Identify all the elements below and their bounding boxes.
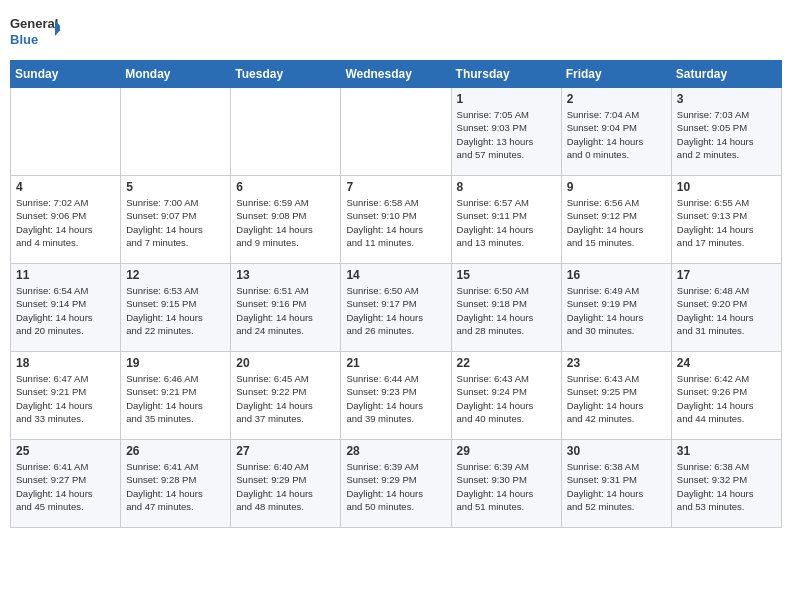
col-header-friday: Friday xyxy=(561,61,671,88)
day-cell: 17Sunrise: 6:48 AM Sunset: 9:20 PM Dayli… xyxy=(671,264,781,352)
week-row-5: 25Sunrise: 6:41 AM Sunset: 9:27 PM Dayli… xyxy=(11,440,782,528)
day-cell: 5Sunrise: 7:00 AM Sunset: 9:07 PM Daylig… xyxy=(121,176,231,264)
day-number: 20 xyxy=(236,356,335,370)
day-info: Sunrise: 6:55 AM Sunset: 9:13 PM Dayligh… xyxy=(677,196,776,249)
day-info: Sunrise: 6:38 AM Sunset: 9:32 PM Dayligh… xyxy=(677,460,776,513)
svg-text:Blue: Blue xyxy=(10,32,38,47)
day-info: Sunrise: 6:56 AM Sunset: 9:12 PM Dayligh… xyxy=(567,196,666,249)
day-number: 7 xyxy=(346,180,445,194)
day-cell: 23Sunrise: 6:43 AM Sunset: 9:25 PM Dayli… xyxy=(561,352,671,440)
day-info: Sunrise: 7:03 AM Sunset: 9:05 PM Dayligh… xyxy=(677,108,776,161)
day-cell: 10Sunrise: 6:55 AM Sunset: 9:13 PM Dayli… xyxy=(671,176,781,264)
day-number: 12 xyxy=(126,268,225,282)
day-cell: 15Sunrise: 6:50 AM Sunset: 9:18 PM Dayli… xyxy=(451,264,561,352)
day-number: 11 xyxy=(16,268,115,282)
day-info: Sunrise: 6:44 AM Sunset: 9:23 PM Dayligh… xyxy=(346,372,445,425)
col-header-thursday: Thursday xyxy=(451,61,561,88)
day-info: Sunrise: 7:05 AM Sunset: 9:03 PM Dayligh… xyxy=(457,108,556,161)
col-header-sunday: Sunday xyxy=(11,61,121,88)
day-cell: 27Sunrise: 6:40 AM Sunset: 9:29 PM Dayli… xyxy=(231,440,341,528)
day-info: Sunrise: 6:46 AM Sunset: 9:21 PM Dayligh… xyxy=(126,372,225,425)
day-cell: 18Sunrise: 6:47 AM Sunset: 9:21 PM Dayli… xyxy=(11,352,121,440)
day-number: 17 xyxy=(677,268,776,282)
day-cell: 11Sunrise: 6:54 AM Sunset: 9:14 PM Dayli… xyxy=(11,264,121,352)
day-cell xyxy=(11,88,121,176)
header-row: SundayMondayTuesdayWednesdayThursdayFrid… xyxy=(11,61,782,88)
day-cell: 22Sunrise: 6:43 AM Sunset: 9:24 PM Dayli… xyxy=(451,352,561,440)
week-row-2: 4Sunrise: 7:02 AM Sunset: 9:06 PM Daylig… xyxy=(11,176,782,264)
day-number: 30 xyxy=(567,444,666,458)
day-number: 3 xyxy=(677,92,776,106)
day-cell xyxy=(121,88,231,176)
day-cell: 1Sunrise: 7:05 AM Sunset: 9:03 PM Daylig… xyxy=(451,88,561,176)
day-cell: 24Sunrise: 6:42 AM Sunset: 9:26 PM Dayli… xyxy=(671,352,781,440)
day-info: Sunrise: 6:48 AM Sunset: 9:20 PM Dayligh… xyxy=(677,284,776,337)
day-cell: 26Sunrise: 6:41 AM Sunset: 9:28 PM Dayli… xyxy=(121,440,231,528)
week-row-3: 11Sunrise: 6:54 AM Sunset: 9:14 PM Dayli… xyxy=(11,264,782,352)
day-cell: 12Sunrise: 6:53 AM Sunset: 9:15 PM Dayli… xyxy=(121,264,231,352)
day-cell: 21Sunrise: 6:44 AM Sunset: 9:23 PM Dayli… xyxy=(341,352,451,440)
day-number: 29 xyxy=(457,444,556,458)
day-cell: 2Sunrise: 7:04 AM Sunset: 9:04 PM Daylig… xyxy=(561,88,671,176)
day-cell: 6Sunrise: 6:59 AM Sunset: 9:08 PM Daylig… xyxy=(231,176,341,264)
col-header-tuesday: Tuesday xyxy=(231,61,341,88)
week-row-4: 18Sunrise: 6:47 AM Sunset: 9:21 PM Dayli… xyxy=(11,352,782,440)
week-row-1: 1Sunrise: 7:05 AM Sunset: 9:03 PM Daylig… xyxy=(11,88,782,176)
col-header-wednesday: Wednesday xyxy=(341,61,451,88)
day-cell: 4Sunrise: 7:02 AM Sunset: 9:06 PM Daylig… xyxy=(11,176,121,264)
day-info: Sunrise: 7:04 AM Sunset: 9:04 PM Dayligh… xyxy=(567,108,666,161)
day-cell: 14Sunrise: 6:50 AM Sunset: 9:17 PM Dayli… xyxy=(341,264,451,352)
day-number: 28 xyxy=(346,444,445,458)
logo-svg: General Blue xyxy=(10,10,60,54)
day-number: 8 xyxy=(457,180,556,194)
day-info: Sunrise: 6:58 AM Sunset: 9:10 PM Dayligh… xyxy=(346,196,445,249)
col-header-saturday: Saturday xyxy=(671,61,781,88)
day-cell: 13Sunrise: 6:51 AM Sunset: 9:16 PM Dayli… xyxy=(231,264,341,352)
day-info: Sunrise: 6:49 AM Sunset: 9:19 PM Dayligh… xyxy=(567,284,666,337)
day-number: 22 xyxy=(457,356,556,370)
day-cell: 28Sunrise: 6:39 AM Sunset: 9:29 PM Dayli… xyxy=(341,440,451,528)
day-number: 4 xyxy=(16,180,115,194)
day-cell: 20Sunrise: 6:45 AM Sunset: 9:22 PM Dayli… xyxy=(231,352,341,440)
day-number: 19 xyxy=(126,356,225,370)
day-info: Sunrise: 7:00 AM Sunset: 9:07 PM Dayligh… xyxy=(126,196,225,249)
day-number: 10 xyxy=(677,180,776,194)
day-info: Sunrise: 6:40 AM Sunset: 9:29 PM Dayligh… xyxy=(236,460,335,513)
day-info: Sunrise: 6:41 AM Sunset: 9:28 PM Dayligh… xyxy=(126,460,225,513)
day-info: Sunrise: 6:39 AM Sunset: 9:29 PM Dayligh… xyxy=(346,460,445,513)
day-info: Sunrise: 6:43 AM Sunset: 9:24 PM Dayligh… xyxy=(457,372,556,425)
day-number: 21 xyxy=(346,356,445,370)
day-number: 26 xyxy=(126,444,225,458)
day-number: 6 xyxy=(236,180,335,194)
day-number: 16 xyxy=(567,268,666,282)
day-number: 2 xyxy=(567,92,666,106)
day-cell: 31Sunrise: 6:38 AM Sunset: 9:32 PM Dayli… xyxy=(671,440,781,528)
day-info: Sunrise: 6:41 AM Sunset: 9:27 PM Dayligh… xyxy=(16,460,115,513)
day-info: Sunrise: 6:45 AM Sunset: 9:22 PM Dayligh… xyxy=(236,372,335,425)
day-number: 25 xyxy=(16,444,115,458)
day-info: Sunrise: 6:57 AM Sunset: 9:11 PM Dayligh… xyxy=(457,196,556,249)
day-info: Sunrise: 6:54 AM Sunset: 9:14 PM Dayligh… xyxy=(16,284,115,337)
calendar-table: SundayMondayTuesdayWednesdayThursdayFrid… xyxy=(10,60,782,528)
day-number: 13 xyxy=(236,268,335,282)
day-info: Sunrise: 7:02 AM Sunset: 9:06 PM Dayligh… xyxy=(16,196,115,249)
day-cell xyxy=(341,88,451,176)
day-info: Sunrise: 6:50 AM Sunset: 9:18 PM Dayligh… xyxy=(457,284,556,337)
day-number: 23 xyxy=(567,356,666,370)
day-cell: 7Sunrise: 6:58 AM Sunset: 9:10 PM Daylig… xyxy=(341,176,451,264)
day-cell xyxy=(231,88,341,176)
day-number: 1 xyxy=(457,92,556,106)
day-number: 9 xyxy=(567,180,666,194)
svg-text:General: General xyxy=(10,16,58,31)
day-info: Sunrise: 6:39 AM Sunset: 9:30 PM Dayligh… xyxy=(457,460,556,513)
logo: General Blue xyxy=(10,10,60,54)
day-info: Sunrise: 6:42 AM Sunset: 9:26 PM Dayligh… xyxy=(677,372,776,425)
day-cell: 3Sunrise: 7:03 AM Sunset: 9:05 PM Daylig… xyxy=(671,88,781,176)
day-info: Sunrise: 6:43 AM Sunset: 9:25 PM Dayligh… xyxy=(567,372,666,425)
day-number: 27 xyxy=(236,444,335,458)
day-info: Sunrise: 6:53 AM Sunset: 9:15 PM Dayligh… xyxy=(126,284,225,337)
day-cell: 30Sunrise: 6:38 AM Sunset: 9:31 PM Dayli… xyxy=(561,440,671,528)
day-number: 14 xyxy=(346,268,445,282)
day-number: 18 xyxy=(16,356,115,370)
day-info: Sunrise: 6:47 AM Sunset: 9:21 PM Dayligh… xyxy=(16,372,115,425)
